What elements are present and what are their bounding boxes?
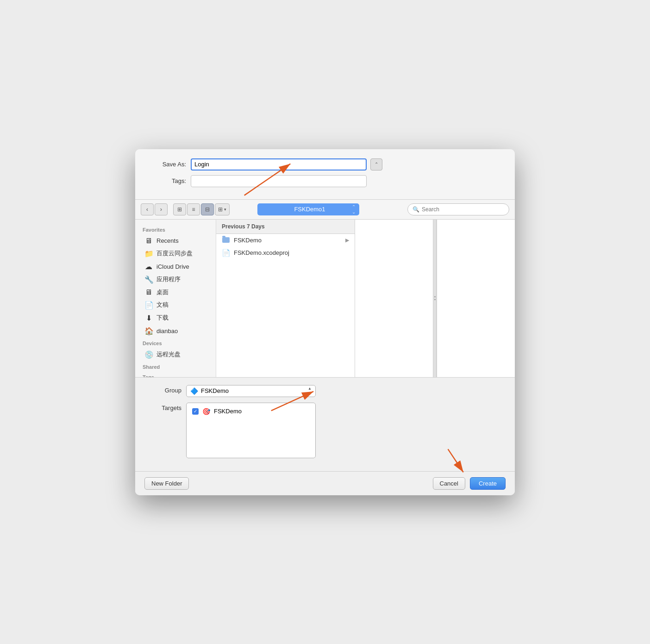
tags-label: Tags: (149, 177, 186, 184)
apps-icon: 🔧 (144, 275, 153, 284)
fskdemo-folder-label: FSKDemo (234, 237, 262, 244)
group-icon: 🔷 (190, 387, 198, 395)
baidu-label: 百度云同步盘 (156, 249, 193, 258)
file-column-header: Previous 7 Days (216, 220, 355, 234)
docs-label: 文稿 (156, 301, 169, 309)
expand-button[interactable]: ⌃ (370, 158, 382, 170)
favorites-label: Favorites (135, 224, 216, 234)
sidebar: Favorites 🖥 Recents 📁 百度云同步盘 ☁ iCloud Dr… (135, 220, 216, 377)
target-item-fskdemo[interactable]: ✓ 🎯 FSKDemo (189, 406, 312, 417)
sidebar-item-remote-disc[interactable]: 💿 远程光盘 (137, 348, 214, 361)
icloud-label: iCloud Drive (156, 263, 189, 270)
dialog-footer: New Folder Cancel Create (135, 471, 515, 495)
save-as-row: Save As: ⌃ (149, 158, 501, 170)
location-chevron-icon: ⌃⌄ (352, 204, 356, 215)
sidebar-item-dianbao[interactable]: 🏠 dianbao (137, 325, 214, 337)
group-stepper[interactable]: ▲ ▼ (308, 386, 312, 395)
fskdemo-folder-icon (222, 236, 230, 244)
desktop-icon: 🖥 (144, 288, 153, 297)
fskdemo-folder-arrow: ▶ (345, 237, 349, 243)
dropdown-arrow-icon: ▾ (224, 207, 226, 212)
back-icon: ‹ (146, 206, 148, 213)
dialog-body: Favorites 🖥 Recents 📁 百度云同步盘 ☁ iCloud Dr… (135, 220, 515, 377)
save-as-label: Save As: (149, 161, 186, 168)
file-item-fskdemo-folder[interactable]: FSKDemo ▶ (216, 234, 355, 246)
devices-label: Devices (135, 338, 216, 348)
column-view-icon: ⊟ (205, 206, 210, 213)
file-pane-empty-2 (437, 220, 515, 377)
sidebar-item-icloud[interactable]: ☁ iCloud Drive (137, 260, 214, 273)
view-buttons: ⊞ ≡ ⊟ ⊞ ▾ (173, 203, 230, 215)
list-view-icon: ≡ (192, 206, 195, 213)
downloads-label: 下载 (156, 314, 169, 322)
save-dialog: Save As: ⌃ Tags: ‹ › ⊞ ≡ (135, 149, 515, 495)
file-pane-empty-1 (355, 220, 433, 377)
location-label: FSKDemo1 (294, 206, 325, 213)
resize-handle[interactable] (433, 220, 437, 377)
resize-dot-2 (434, 299, 436, 300)
dialog-bottom: Group 🔷 FSKDemo ▲ ▼ Targets ✓ 🎯 FSKDemo (135, 377, 515, 471)
expand-icon: ⌃ (375, 162, 378, 167)
view-column-button[interactable]: ⊟ (201, 203, 214, 215)
save-as-input[interactable] (191, 158, 367, 170)
remote-disc-icon: 💿 (144, 350, 153, 359)
icon-view-icon: ⊞ (177, 206, 182, 213)
forward-button[interactable]: › (155, 203, 168, 215)
view-icon-button[interactable]: ⊞ (173, 203, 186, 215)
shared-label: Shared (135, 361, 216, 372)
target-name: FSKDemo (214, 408, 242, 415)
sidebar-item-desktop[interactable]: 🖥 桌面 (137, 286, 214, 298)
icloud-icon: ☁ (144, 262, 153, 271)
group-value: FSKDemo (201, 387, 305, 394)
new-folder-button[interactable]: New Folder (144, 477, 189, 490)
forward-icon: › (160, 206, 162, 213)
gallery-view-icon: ⊞ (218, 206, 223, 213)
tags-input[interactable] (191, 175, 367, 187)
tags-row: Tags: (149, 175, 501, 187)
resize-dots (434, 296, 436, 300)
checkbox-check-icon: ✓ (194, 409, 197, 414)
resize-dot-1 (434, 296, 436, 297)
desktop-label: 桌面 (156, 288, 169, 297)
location-selector[interactable]: FSKDemo1 ⌃⌄ (257, 203, 359, 215)
group-label: Group (144, 385, 181, 394)
fskdemo-xcodeproj-icon: 📄 (222, 249, 230, 257)
search-input[interactable] (422, 206, 504, 213)
search-box[interactable]: 🔍 (407, 203, 509, 215)
create-button[interactable]: Create (470, 477, 506, 490)
target-icon: 🎯 (202, 408, 210, 415)
targets-list: ✓ 🎯 FSKDemo (186, 403, 316, 458)
fskdemo-xcodeproj-label: FSKDemo.xcodeproj (234, 249, 289, 256)
baidu-icon: 📁 (144, 249, 153, 258)
toolbar: ‹ › ⊞ ≡ ⊟ ⊞ ▾ FSKDemo1 ⌃⌄ (135, 200, 515, 220)
stepper-down-icon: ▼ (308, 391, 312, 396)
downloads-icon: ⬇ (144, 314, 153, 322)
docs-icon: 📄 (144, 301, 153, 309)
file-column-1: Previous 7 Days FSKDemo ▶ 📄 FSKDemo.xcod… (216, 220, 355, 377)
targets-row: Targets ✓ 🎯 FSKDemo (144, 403, 506, 458)
view-gallery-button[interactable]: ⊞ ▾ (215, 203, 230, 215)
group-selector[interactable]: 🔷 FSKDemo ▲ ▼ (186, 385, 316, 397)
dianbao-label: dianbao (156, 328, 178, 335)
location-folder-icon (261, 207, 269, 212)
footer-buttons: Cancel Create (433, 477, 506, 490)
search-icon: 🔍 (412, 206, 419, 213)
group-row: Group 🔷 FSKDemo ▲ ▼ (144, 385, 506, 397)
view-list-button[interactable]: ≡ (187, 203, 200, 215)
nav-buttons: ‹ › (141, 203, 168, 215)
cancel-button[interactable]: Cancel (433, 477, 465, 490)
back-button[interactable]: ‹ (141, 203, 154, 215)
sidebar-item-downloads[interactable]: ⬇ 下载 (137, 312, 214, 324)
sidebar-item-baidu[interactable]: 📁 百度云同步盘 (137, 247, 214, 260)
tags-label: Tags (135, 372, 216, 377)
recents-label: Recents (156, 237, 179, 244)
target-checkbox[interactable]: ✓ (192, 408, 199, 415)
sidebar-item-docs[interactable]: 📄 文稿 (137, 299, 214, 311)
file-item-fskdemo-xcodeproj[interactable]: 📄 FSKDemo.xcodeproj (216, 246, 355, 259)
recents-icon: 🖥 (144, 237, 153, 245)
sidebar-item-apps[interactable]: 🔧 应用程序 (137, 273, 214, 286)
dianbao-icon: 🏠 (144, 327, 153, 335)
sidebar-item-recents[interactable]: 🖥 Recents (137, 235, 214, 247)
file-browser: Previous 7 Days FSKDemo ▶ 📄 FSKDemo.xcod… (216, 220, 515, 377)
stepper-up-icon: ▲ (308, 386, 312, 391)
